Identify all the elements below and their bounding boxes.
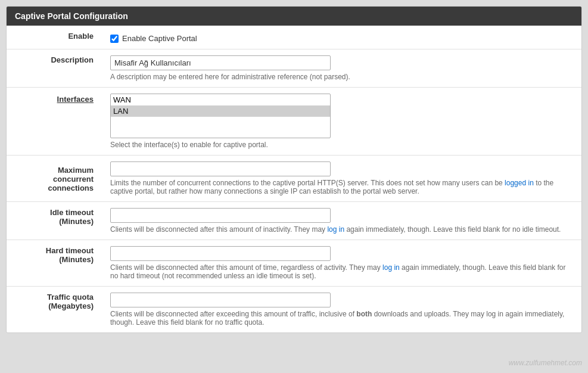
row-traffic-quota: Traffic quota(Megabytes) Clients will be… bbox=[7, 287, 581, 333]
description-help: A description may be entered here for ad… bbox=[110, 73, 573, 81]
traffic-quota-help: Clients will be disconnected after excee… bbox=[110, 310, 573, 327]
idle-login-link[interactable]: log in bbox=[327, 225, 344, 234]
value-description: A description may be entered here for ad… bbox=[102, 49, 581, 88]
row-hard-timeout: Hard timeout(Minutes) Clients will be di… bbox=[7, 240, 581, 287]
label-max-connections: Maximumconcurrentconnections bbox=[7, 156, 102, 202]
row-interfaces: Interfaces WAN LAN Select the interface(… bbox=[7, 88, 581, 156]
row-idle-timeout: Idle timeout(Minutes) Clients will be di… bbox=[7, 202, 581, 240]
label-enable: Enable bbox=[7, 26, 102, 49]
enable-checkbox-label: Enable Captive Portal bbox=[122, 34, 197, 43]
hard-timeout-help: Clients will be disconnected after this … bbox=[110, 263, 573, 280]
panel-title: Captive Portal Configuration bbox=[7, 7, 581, 26]
description-input[interactable] bbox=[110, 55, 331, 70]
value-interfaces: WAN LAN Select the interface(s) to enabl… bbox=[102, 88, 581, 156]
value-traffic-quota: Clients will be disconnected after excee… bbox=[102, 287, 581, 333]
config-table: Enable Enable Captive Portal Description… bbox=[7, 26, 581, 332]
value-max-connections: Limits the number of concurrent connecti… bbox=[102, 156, 581, 202]
interfaces-help: Select the interface(s) to enable for ca… bbox=[110, 141, 573, 149]
both-emphasis: both bbox=[356, 310, 372, 318]
enable-checkbox-row: Enable Captive Portal bbox=[110, 32, 573, 43]
captive-portal-panel: Captive Portal Configuration Enable Enab… bbox=[6, 6, 582, 333]
max-connections-input[interactable] bbox=[110, 161, 331, 176]
enable-checkbox[interactable] bbox=[110, 35, 119, 43]
label-traffic-quota: Traffic quota(Megabytes) bbox=[7, 287, 102, 333]
option-wan[interactable]: WAN bbox=[111, 94, 330, 105]
label-hard-timeout: Hard timeout(Minutes) bbox=[7, 240, 102, 287]
option-lan[interactable]: LAN bbox=[111, 105, 330, 117]
value-hard-timeout: Clients will be disconnected after this … bbox=[102, 240, 581, 287]
interfaces-select[interactable]: WAN LAN bbox=[110, 94, 331, 138]
hard-login-link[interactable]: log in bbox=[382, 263, 400, 272]
label-interfaces: Interfaces bbox=[7, 88, 102, 156]
label-description: Description bbox=[7, 49, 102, 88]
value-enable: Enable Captive Portal bbox=[102, 26, 581, 49]
hard-timeout-input[interactable] bbox=[110, 246, 331, 261]
max-connections-help: Limits the number of concurrent connecti… bbox=[110, 179, 573, 195]
row-max-connections: Maximumconcurrentconnections Limits the … bbox=[7, 156, 581, 202]
row-description: Description A description may be entered… bbox=[7, 49, 581, 88]
label-idle-timeout: Idle timeout(Minutes) bbox=[7, 202, 102, 240]
idle-timeout-input[interactable] bbox=[110, 208, 331, 223]
traffic-quota-input[interactable] bbox=[110, 293, 331, 307]
logged-in-link[interactable]: logged in bbox=[505, 179, 534, 187]
value-idle-timeout: Clients will be disconnected after this … bbox=[102, 202, 581, 240]
idle-timeout-help: Clients will be disconnected after this … bbox=[110, 225, 573, 234]
row-enable: Enable Enable Captive Portal bbox=[7, 26, 581, 49]
